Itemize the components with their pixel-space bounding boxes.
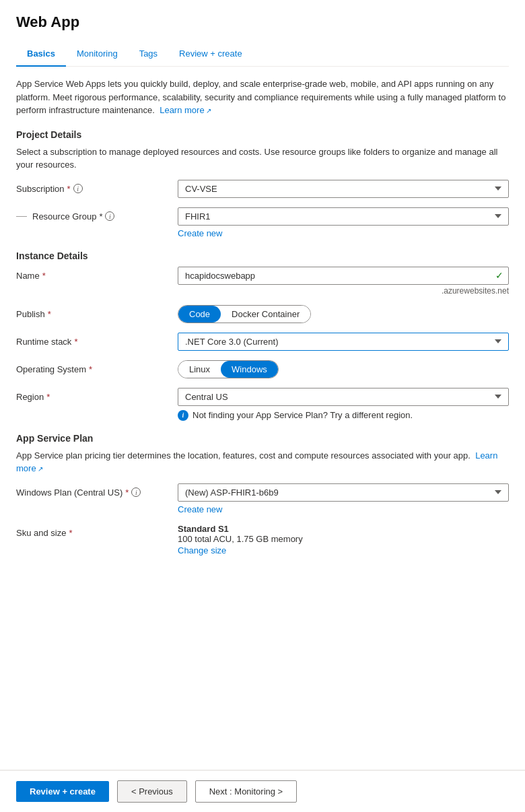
subscription-required: * — [67, 184, 71, 194]
resource-group-info-icon: i — [105, 211, 114, 221]
subscription-dropdown[interactable]: CV-VSE — [178, 180, 509, 198]
tab-bar: Basics Monitoring Tags Review + create — [16, 42, 509, 67]
region-control: Central US i Not finding your App Servic… — [178, 388, 509, 421]
page-title: Web App — [16, 13, 509, 31]
runtime-stack-row: Runtime stack * .NET Core 3.0 (Current) — [16, 333, 509, 351]
name-check-icon: ✓ — [495, 270, 503, 281]
region-dropdown[interactable]: Central US — [178, 388, 509, 406]
sku-name: Standard S1 — [178, 524, 509, 534]
windows-plan-row: Windows Plan (Central US) * i (New) ASP-… — [16, 483, 509, 514]
name-suffix: .azurewebsites.net — [178, 286, 509, 296]
subscription-control: CV-VSE — [178, 180, 509, 198]
resource-group-row: Resource Group * i FHIR1 Create new — [16, 207, 509, 238]
sku-row: Sku and size * Standard S1 100 total ACU… — [16, 524, 509, 555]
tab-basics[interactable]: Basics — [16, 42, 66, 67]
region-info-icon: i — [178, 410, 188, 421]
name-input-wrapper: ✓ — [178, 267, 509, 285]
sku-box: Standard S1 100 total ACU, 1.75 GB memor… — [178, 524, 509, 555]
sku-required: * — [69, 528, 72, 538]
publish-label: Publish * — [16, 305, 178, 319]
tab-tags[interactable]: Tags — [129, 42, 168, 67]
sku-label: Sku and size * — [16, 524, 178, 538]
subscription-label: Subscription * i — [16, 180, 178, 194]
resource-group-required: * — [99, 211, 102, 222]
name-control: ✓ .azurewebsites.net — [178, 267, 509, 296]
region-required: * — [46, 392, 50, 402]
runtime-stack-label: Runtime stack * — [16, 333, 178, 347]
os-toggle-group: Linux Windows — [178, 360, 279, 378]
os-label: Operating System * — [16, 360, 178, 374]
subscription-info-icon: i — [73, 184, 83, 193]
resource-group-dropdown[interactable]: FHIR1 — [178, 207, 509, 226]
sku-control: Standard S1 100 total ACU, 1.75 GB memor… — [178, 524, 509, 555]
publish-code-btn[interactable]: Code — [178, 306, 221, 323]
subscription-row: Subscription * i CV-VSE — [16, 180, 509, 198]
app-service-external-icon: ↗ — [38, 465, 43, 473]
os-row: Operating System * Linux Windows — [16, 360, 509, 378]
project-details-description: Select a subscription to manage deployed… — [16, 145, 509, 172]
name-required: * — [42, 271, 46, 281]
windows-plan-control: (New) ASP-FHIR1-b6b9 Create new — [178, 483, 509, 514]
name-input[interactable] — [178, 267, 509, 285]
windows-plan-label: Windows Plan (Central US) * i — [16, 483, 178, 498]
sku-details: 100 total ACU, 1.75 GB memory — [178, 534, 509, 544]
intro-learn-more-link[interactable]: Learn more↗ — [160, 105, 211, 115]
resource-group-label-area: Resource Group * i — [16, 207, 178, 222]
publish-toggle-group: Code Docker Container — [178, 305, 311, 323]
resource-group-create-new[interactable]: Create new — [178, 228, 222, 238]
publish-required: * — [48, 309, 51, 319]
name-row: Name * ✓ .azurewebsites.net — [16, 267, 509, 296]
windows-plan-required: * — [125, 487, 129, 498]
instance-details-title: Instance Details — [16, 250, 509, 261]
tab-review-create[interactable]: Review + create — [168, 42, 253, 67]
region-label: Region * — [16, 388, 178, 402]
region-warning: i Not finding your App Service Plan? Try… — [178, 410, 509, 421]
os-required: * — [89, 364, 92, 374]
windows-plan-create-new[interactable]: Create new — [178, 504, 222, 514]
publish-docker-btn[interactable]: Docker Container — [221, 306, 310, 323]
external-link-icon: ↗ — [206, 107, 211, 114]
os-windows-btn[interactable]: Windows — [221, 361, 278, 378]
project-details-title: Project Details — [16, 129, 509, 140]
publish-control: Code Docker Container — [178, 305, 509, 323]
runtime-stack-control: .NET Core 3.0 (Current) — [178, 333, 509, 351]
app-service-plan-description: App Service plan pricing tier determines… — [16, 449, 509, 475]
resource-group-label: Resource Group — [32, 211, 96, 222]
resource-group-control: FHIR1 Create new — [178, 207, 509, 238]
runtime-stack-dropdown[interactable]: .NET Core 3.0 (Current) — [178, 333, 509, 351]
windows-plan-dropdown[interactable]: (New) ASP-FHIR1-b6b9 — [178, 483, 509, 502]
runtime-stack-required: * — [74, 337, 77, 347]
tab-monitoring[interactable]: Monitoring — [66, 42, 129, 67]
app-service-plan-title: App Service Plan — [16, 433, 509, 444]
intro-description: App Service Web Apps lets you quickly bu… — [16, 77, 509, 117]
windows-plan-info-icon: i — [131, 487, 141, 497]
os-control: Linux Windows — [178, 360, 509, 378]
os-linux-btn[interactable]: Linux — [178, 361, 221, 378]
footer: Review + create < Previous Next : Monito… — [0, 770, 525, 812]
publish-row: Publish * Code Docker Container — [16, 305, 509, 323]
region-row: Region * Central US i Not finding your A… — [16, 388, 509, 421]
name-label: Name * — [16, 267, 178, 281]
review-create-button[interactable]: Review + create — [16, 781, 109, 802]
previous-button[interactable]: < Previous — [117, 780, 187, 803]
sku-change-size-link[interactable]: Change size — [178, 545, 226, 555]
next-button[interactable]: Next : Monitoring > — [195, 780, 297, 803]
